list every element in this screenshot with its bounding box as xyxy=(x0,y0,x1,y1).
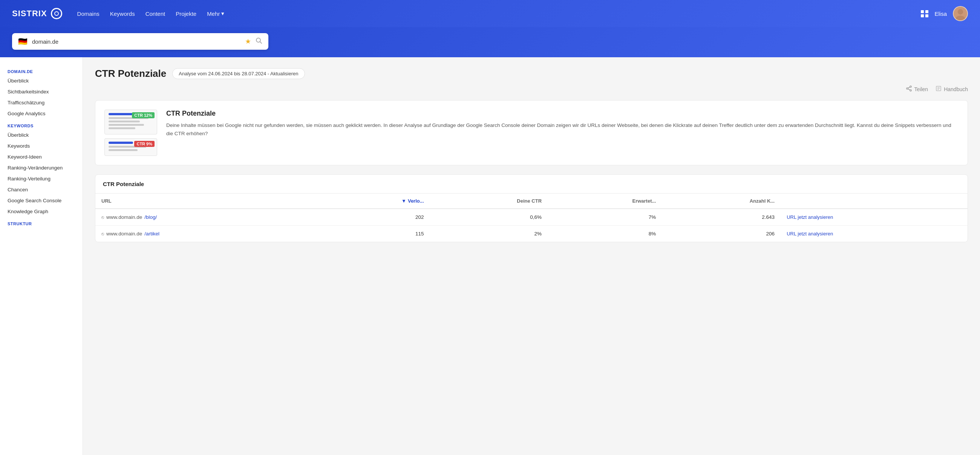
col-verlo[interactable]: ▼Verlo... xyxy=(320,193,430,209)
table-row: ⎋ www.domain.de/blog/ 202 0,6% 7% 2.643 … xyxy=(95,209,967,226)
data-table: URL ▼Verlo... Deine CTR Erwartet... Anza xyxy=(95,193,967,242)
svg-point-7 xyxy=(910,90,912,91)
analyze-button-1[interactable]: URL jetzt analysieren xyxy=(787,214,833,220)
nav-mehr[interactable]: Mehr ▾ xyxy=(207,10,224,17)
action-cell-1: URL jetzt analysieren xyxy=(781,209,967,226)
sort-arrow-icon: ▼ xyxy=(401,198,406,204)
share-button[interactable]: Teilen xyxy=(906,86,928,93)
table-body: ⎋ www.domain.de/blog/ 202 0,6% 7% 2.643 … xyxy=(95,209,967,242)
sidebar-item-ranking-veranderungen[interactable]: Ranking-Veränderungen xyxy=(0,162,83,173)
col-action xyxy=(781,193,967,209)
country-flag-icon[interactable]: 🇩🇪 xyxy=(18,37,27,46)
ctr-badge-green: CTR 12% xyxy=(132,112,154,118)
ctr-badge-red: CTR 9% xyxy=(134,141,154,147)
table-section-title: CTR Potenziale xyxy=(95,175,967,193)
handbook-label: Handbuch xyxy=(944,86,968,92)
action-row: Teilen Handbuch xyxy=(95,86,968,93)
logo-circle-icon xyxy=(51,8,62,19)
verloren-1: 202 xyxy=(320,209,430,226)
anzahl-1: 2.643 xyxy=(662,209,781,226)
share-label: Teilen xyxy=(915,86,928,92)
handbook-icon xyxy=(935,86,942,93)
sidebar: DOMAIN.DE Überblick Sichtbarkeitsindex T… xyxy=(0,57,83,455)
svg-point-8 xyxy=(907,88,908,89)
sidebar-item-chancen[interactable]: Chancen xyxy=(0,184,83,195)
verloren-2: 115 xyxy=(320,226,430,242)
sidebar-item-keyword-ideen[interactable]: Keyword-Ideen xyxy=(0,151,83,162)
deine-ctr-2: 2% xyxy=(430,226,548,242)
grid-icon[interactable] xyxy=(921,10,928,17)
url-path-2: /artikel xyxy=(144,231,159,236)
search-bar-wrapper: 🇩🇪 ★ xyxy=(0,27,980,57)
analysis-badge[interactable]: Analyse vom 24.06.2024 bis 28.07.2024 - … xyxy=(172,68,305,79)
nav-domains[interactable]: Domains xyxy=(77,10,100,17)
search-input[interactable] xyxy=(32,38,240,45)
url-base-2: www.domain.de xyxy=(106,231,142,236)
sidebar-item-trafficschatzung[interactable]: Trafficschätzung xyxy=(0,97,83,108)
table-row: ⎋ www.domain.de/artikel 115 2% 8% 206 UR… xyxy=(95,226,967,242)
nav-content[interactable]: Content xyxy=(145,10,165,17)
sidebar-item-uberblick-domain[interactable]: Überblick xyxy=(0,75,83,86)
body-layout: DOMAIN.DE Überblick Sichtbarkeitsindex T… xyxy=(0,57,980,455)
table-section: CTR Potenziale URL ▼Verlo... Deine CTR xyxy=(95,174,968,242)
svg-line-5 xyxy=(260,41,262,43)
external-link-icon: ⎋ xyxy=(102,215,104,220)
col-erwartet[interactable]: Erwartet... xyxy=(548,193,662,209)
erwartet-1: 7% xyxy=(548,209,662,226)
header-left: SISTRIX Domains Keywords Content Projekt… xyxy=(12,8,224,19)
svg-point-0 xyxy=(55,12,59,16)
info-card: CTR 12% CTR 9% CTR Potenziale Deine Inha… xyxy=(95,100,968,165)
sidebar-item-keywords[interactable]: Keywords xyxy=(0,141,83,151)
nav-keywords[interactable]: Keywords xyxy=(110,10,135,17)
nav-projekte[interactable]: Projekte xyxy=(176,10,196,17)
card-illustration: CTR 12% CTR 9% xyxy=(104,109,157,156)
header: SISTRIX Domains Keywords Content Projekt… xyxy=(0,0,980,27)
logo-text: SISTRIX xyxy=(12,9,47,19)
col-url[interactable]: URL xyxy=(95,193,320,209)
main-nav: Domains Keywords Content Projekte Mehr ▾ xyxy=(77,10,224,17)
chevron-down-icon: ▾ xyxy=(221,10,224,17)
card-text: CTR Potenziale Deine Inhalte müssen bei … xyxy=(166,109,959,138)
handbook-button[interactable]: Handbuch xyxy=(935,86,968,93)
search-bar: 🇩🇪 ★ xyxy=(12,33,268,50)
external-link-icon: ⎋ xyxy=(102,231,104,236)
url-cell-1: ⎋ www.domain.de/blog/ xyxy=(95,209,320,226)
deine-ctr-1: 0,6% xyxy=(430,209,548,226)
sidebar-item-google-search-console[interactable]: Google Search Console xyxy=(0,195,83,206)
page-title: CTR Potenziale xyxy=(95,68,166,79)
col-deine-ctr[interactable]: Deine CTR xyxy=(430,193,548,209)
sidebar-section-struktur: STRUKTUR xyxy=(0,217,83,227)
action-cell-2: URL jetzt analysieren xyxy=(781,226,967,242)
svg-point-6 xyxy=(910,86,912,87)
sidebar-item-google-analytics[interactable]: Google Analytics xyxy=(0,108,83,119)
header-right: Elisa xyxy=(921,6,968,21)
anzahl-2: 206 xyxy=(662,226,781,242)
user-name: Elisa xyxy=(934,11,947,17)
svg-line-9 xyxy=(908,87,910,88)
svg-point-2 xyxy=(958,9,963,14)
avatar[interactable] xyxy=(953,6,968,21)
table-header: URL ▼Verlo... Deine CTR Erwartet... Anza xyxy=(95,193,967,209)
sidebar-item-sichtbarkeitsindex[interactable]: Sichtbarkeitsindex xyxy=(0,86,83,97)
share-icon xyxy=(906,86,912,93)
logo[interactable]: SISTRIX xyxy=(12,8,62,19)
snippet-mockup-1: CTR 12% xyxy=(104,109,157,135)
svg-line-10 xyxy=(908,89,910,90)
main-content: CTR Potenziale Analyse vom 24.06.2024 bi… xyxy=(83,57,980,455)
bookmark-star-icon[interactable]: ★ xyxy=(245,37,251,46)
card-title: CTR Potenziale xyxy=(166,109,959,117)
sidebar-section-keywords: KEYWORDS xyxy=(0,119,83,130)
url-base-1: www.domain.de xyxy=(106,214,142,220)
erwartet-2: 8% xyxy=(548,226,662,242)
url-cell-2: ⎋ www.domain.de/artikel xyxy=(95,226,320,242)
sidebar-item-ranking-verteilung[interactable]: Ranking-Verteilung xyxy=(0,173,83,184)
card-description: Deine Inhalte müssen bei Google nicht nu… xyxy=(166,121,959,138)
search-icon[interactable] xyxy=(256,37,262,46)
sidebar-item-knowledge-graph[interactable]: Knowledge Graph xyxy=(0,206,83,217)
sidebar-section-domain: DOMAIN.DE xyxy=(0,65,83,75)
col-anzahl[interactable]: Anzahl K... xyxy=(662,193,781,209)
analyze-button-2[interactable]: URL jetzt analysieren xyxy=(787,231,833,236)
sidebar-item-uberblick-keywords[interactable]: Überblick xyxy=(0,130,83,141)
snippet-mockup-2: CTR 9% xyxy=(104,138,157,156)
page-title-row: CTR Potenziale Analyse vom 24.06.2024 bi… xyxy=(95,68,968,79)
